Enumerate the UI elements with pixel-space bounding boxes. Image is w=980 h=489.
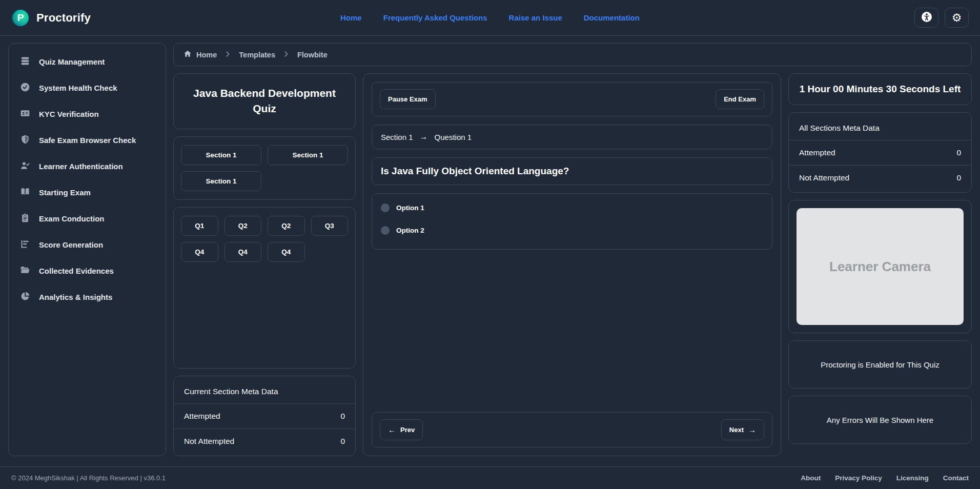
footer-links: About Privacy Policy Licensing Contact — [801, 474, 969, 482]
exam-panel: Pause Exam End Exam Section 1 → Question… — [363, 73, 781, 456]
sidebar-item-label: Exam Conduction — [39, 214, 105, 223]
meta-label: Not Attempted — [184, 437, 234, 446]
accessibility-button[interactable] — [914, 8, 938, 28]
meta-row-not-attempted: Not Attempted 0 — [174, 429, 355, 454]
nav-link-raise-issue[interactable]: Raise an Issue — [509, 13, 562, 22]
meta-row-not-attempted: Not Attempted 0 — [789, 166, 971, 190]
sidebar-item-starting-exam[interactable]: Starting Exam — [9, 179, 166, 206]
id-card-icon — [20, 108, 30, 120]
sidebar-item-label: Collected Evidences — [39, 267, 114, 275]
question-button-q2b[interactable]: Q2 — [268, 216, 305, 236]
question-button-q4[interactable]: Q4 — [181, 242, 218, 262]
learner-camera-placeholder: Learner Camera — [797, 208, 964, 325]
section-question-path: Section 1 → Question 1 — [372, 125, 772, 149]
sidebar: Quiz Management System Health Check KYC … — [8, 43, 166, 456]
sidebar-item-learner-authentication[interactable]: Learner Authentication — [9, 153, 166, 179]
sidebar-item-label: Starting Exam — [39, 188, 91, 197]
sidebar-item-exam-conduction[interactable]: Exam Conduction — [9, 206, 166, 232]
main-area: Home Templates Flowbite Java Backend Dev… — [173, 43, 972, 456]
radio-icon[interactable] — [381, 203, 390, 212]
option-1[interactable]: Option 1 — [381, 203, 763, 212]
learner-camera-card: Learner Camera — [788, 200, 972, 333]
footer-link-about[interactable]: About — [801, 474, 821, 482]
sidebar-item-label: Analytics & Insights — [39, 293, 112, 301]
sidebar-item-label: Quiz Management — [39, 57, 105, 66]
end-exam-button[interactable]: End Exam — [716, 89, 764, 109]
clipboard-icon — [20, 213, 30, 225]
pie-chart-icon — [20, 291, 30, 303]
section-button-3[interactable]: Section 1 — [181, 171, 261, 191]
nav-link-home[interactable]: Home — [340, 13, 362, 22]
footer: © 2024 MeghSikshak | All Rights Reserved… — [0, 466, 980, 489]
sidebar-item-system-health-check[interactable]: System Health Check — [9, 75, 166, 101]
question-button-q4b[interactable]: Q4 — [224, 242, 262, 262]
question-button-q3[interactable]: Q3 — [311, 216, 349, 236]
question-text: Is Java Fully Object Oriented Language? — [372, 157, 772, 185]
radio-icon[interactable] — [381, 226, 390, 235]
meta-label: Attempted — [799, 148, 835, 157]
questions-card: Q1 Q2 Q2 Q3 Q4 Q4 Q4 — [173, 207, 356, 369]
option-2[interactable]: Option 2 — [381, 226, 763, 235]
sidebar-item-safe-exam-browser-check[interactable]: Safe Exam Browser Check — [9, 127, 166, 153]
home-icon — [183, 50, 192, 59]
options-card: Option 1 Option 2 — [372, 193, 772, 250]
proctoring-panel: 1 Hour 00 Minutes 30 Seconds Left All Se… — [788, 73, 972, 456]
database-icon — [20, 56, 30, 68]
brand: P Proctorify — [11, 9, 180, 27]
question-button-q2[interactable]: Q2 — [224, 216, 262, 236]
question-button-q4c[interactable]: Q4 — [268, 242, 305, 262]
arrow-left-icon: ← — [388, 425, 396, 434]
breadcrumb-home-label: Home — [196, 51, 217, 59]
section-button-2[interactable]: Section 1 — [268, 145, 348, 165]
footer-link-contact[interactable]: Contact — [943, 474, 969, 482]
quiz-title: Java Backend Development Quiz — [173, 73, 356, 129]
meta-row-attempted: Attempted 0 — [174, 404, 355, 429]
current-section-meta-title: Current Section Meta Data — [174, 378, 355, 404]
errors-note: Any Errors Will Be Shown Here — [788, 396, 972, 444]
sidebar-item-collected-evidences[interactable]: Collected Evidences — [9, 258, 166, 284]
current-section-meta-card: Current Section Meta Data Attempted 0 No… — [173, 376, 356, 456]
settings-button[interactable]: ⚙ — [945, 8, 969, 28]
meta-label: Attempted — [184, 412, 220, 421]
breadcrumb: Home Templates Flowbite — [173, 43, 972, 66]
brand-name: Proctorify — [36, 11, 91, 25]
meta-value: 0 — [340, 437, 345, 446]
option-label: Option 2 — [396, 227, 424, 234]
meta-label: Not Attempted — [799, 173, 849, 182]
footer-link-licensing[interactable]: Licensing — [896, 474, 929, 482]
meta-value: 0 — [956, 148, 961, 157]
footer-link-privacy-policy[interactable]: Privacy Policy — [835, 474, 882, 482]
sidebar-item-label: Safe Exam Browser Check — [39, 136, 136, 145]
sidebar-item-label: System Health Check — [39, 84, 117, 92]
section-button-1[interactable]: Section 1 — [181, 145, 261, 165]
chart-bars-icon — [20, 239, 30, 251]
sidebar-item-score-generation[interactable]: Score Generation — [9, 232, 166, 258]
pager-card: ← Prev Next → — [372, 412, 772, 447]
path-section-label: Section 1 — [381, 133, 413, 141]
pause-exam-button[interactable]: Pause Exam — [380, 89, 436, 109]
nav-link-faq[interactable]: Frequently Asked Questions — [383, 13, 487, 22]
sidebar-item-quiz-management[interactable]: Quiz Management — [9, 49, 166, 75]
path-question-label: Question 1 — [435, 133, 472, 141]
chevron-right-icon — [224, 51, 231, 59]
sidebar-item-label: Learner Authentication — [39, 162, 123, 171]
nav-actions: ⚙ — [800, 8, 969, 28]
sidebar-item-kyc-verification[interactable]: KYC Verification — [9, 101, 166, 127]
breadcrumb-templates[interactable]: Templates — [239, 51, 275, 59]
prev-button[interactable]: ← Prev — [380, 419, 423, 440]
check-circle-icon — [20, 82, 30, 94]
breadcrumb-flowbite[interactable]: Flowbite — [297, 51, 328, 59]
columns: Java Backend Development Quiz Section 1 … — [173, 73, 972, 456]
breadcrumb-home[interactable]: Home — [183, 50, 217, 59]
question-button-q1[interactable]: Q1 — [181, 216, 218, 236]
next-button[interactable]: Next → — [721, 419, 764, 440]
meta-value: 0 — [340, 412, 345, 421]
shield-icon — [20, 134, 30, 146]
sidebar-item-label: Score Generation — [39, 240, 103, 249]
nav-link-documentation[interactable]: Documentation — [584, 13, 640, 22]
sidebar-item-analytics-insights[interactable]: Analytics & Insights — [9, 284, 166, 310]
accessibility-icon — [921, 11, 933, 25]
gear-icon: ⚙ — [952, 12, 962, 24]
arrow-right-icon: → — [420, 132, 428, 141]
next-label: Next — [729, 426, 744, 434]
